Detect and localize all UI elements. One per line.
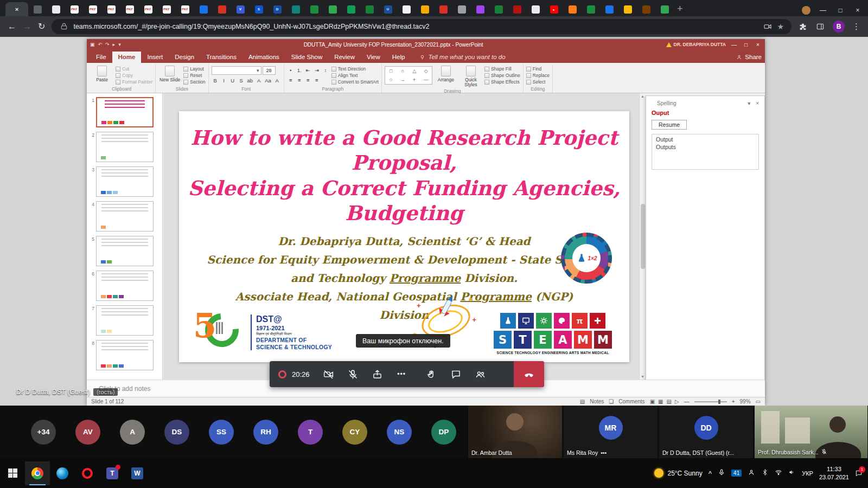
drawing-shape-effects[interactable]: Shape Effects: [484, 79, 520, 85]
suggestion-item[interactable]: Output: [652, 136, 758, 143]
copy-button[interactable]: Copy: [116, 73, 152, 78]
raise-hand-button[interactable]: [419, 361, 444, 387]
browser-tab[interactable]: [286, 2, 305, 16]
scroll-down-icon[interactable]: ▼: [641, 375, 644, 378]
layout-button[interactable]: Layout: [183, 66, 205, 72]
format-painter-button[interactable]: Format Painter: [116, 79, 152, 85]
slide[interactable]: How to write a Good Research Project Pro…: [179, 111, 629, 362]
active-browser-tab[interactable]: ×: [5, 2, 28, 16]
reload-button[interactable]: ↻: [38, 22, 45, 31]
browser-tab[interactable]: PKF: [120, 2, 139, 16]
font-style-button-2[interactable]: U: [229, 76, 237, 85]
tray-bluetooth-icon[interactable]: [761, 468, 769, 478]
browser-tab[interactable]: [323, 2, 342, 16]
qat-icon-3[interactable]: ▸: [113, 42, 116, 47]
ppt-tab-insert[interactable]: Insert: [141, 52, 169, 63]
browser-tab[interactable]: [213, 2, 231, 16]
slide-thumbnail-6[interactable]: 6: [89, 271, 160, 301]
profile-avatar[interactable]: B: [833, 21, 845, 33]
align-button-0[interactable]: ≡: [287, 76, 295, 84]
font-size-box[interactable]: 28: [263, 66, 276, 75]
slide-thumbnail-2[interactable]: 2: [89, 132, 160, 162]
browser-menu-icon[interactable]: ⋮: [852, 22, 860, 31]
taskbar-opera[interactable]: [75, 461, 100, 485]
qat-icon-1[interactable]: ↶: [98, 42, 103, 47]
participant-avatar-SS[interactable]: SS: [209, 420, 234, 445]
paragraph-button-0[interactable]: •: [287, 66, 295, 74]
font-style-button-5[interactable]: A: [255, 76, 263, 85]
qat-icon-4[interactable]: ▾: [118, 42, 121, 47]
shape-2[interactable]: △: [412, 68, 416, 74]
taskbar-edge[interactable]: [50, 461, 75, 485]
tray-speaker-icon[interactable]: [788, 468, 796, 478]
font-style-button-1[interactable]: I: [220, 76, 228, 85]
reset-button[interactable]: Reset: [183, 73, 205, 78]
maximize-button[interactable]: □: [835, 7, 845, 14]
shape-3[interactable]: ◇: [424, 68, 428, 74]
ppt-close-button[interactable]: ×: [754, 42, 762, 48]
browser-tab[interactable]: [471, 2, 489, 16]
ppt-tab-help[interactable]: Help: [386, 52, 411, 63]
drawing-shape-outline[interactable]: Shape Outline: [484, 73, 520, 78]
paragraph-convert-to-smartart[interactable]: Convert to SmartArt: [331, 79, 379, 85]
browser-tab[interactable]: [360, 2, 379, 16]
view-button-1[interactable]: ▦: [658, 399, 663, 404]
ppt-tab-home[interactable]: Home: [112, 52, 142, 63]
font-style-button-0[interactable]: B: [212, 76, 219, 85]
ppt-tab-view[interactable]: View: [361, 52, 386, 63]
font-style-button-6[interactable]: Aa: [264, 76, 272, 85]
font-name-box[interactable]: ▾: [212, 66, 261, 75]
shape-7[interactable]: —: [424, 77, 429, 82]
fit-to-window-icon[interactable]: ▭: [756, 399, 761, 404]
slide-thumbnail-4[interactable]: 4: [89, 201, 160, 232]
browser-tab[interactable]: [47, 2, 65, 16]
camera-off-button[interactable]: [316, 361, 341, 387]
action-center-icon[interactable]: 1: [855, 470, 863, 477]
shape-6[interactable]: +: [413, 77, 416, 82]
taskbar-word[interactable]: W: [125, 461, 150, 485]
browser-tab[interactable]: [434, 2, 452, 16]
notes-toggle[interactable]: Notes: [590, 399, 604, 404]
browser-tab[interactable]: [397, 2, 416, 16]
shape-gallery[interactable]: □○△◇☆→+—: [385, 66, 432, 85]
pane-chevron-icon[interactable]: ▾: [748, 100, 750, 106]
font-style-button-7[interactable]: A: [273, 76, 281, 85]
start-button[interactable]: [0, 461, 25, 485]
paste-button[interactable]: Paste: [91, 65, 113, 82]
paragraph-button-3[interactable]: ⇥: [313, 66, 321, 74]
ppt-tab-transitions[interactable]: Transitions: [200, 52, 242, 63]
editing-select[interactable]: Select: [526, 79, 550, 85]
browser-tab[interactable]: PKF: [176, 2, 194, 16]
ppt-tab-slide-show[interactable]: Slide Show: [285, 52, 329, 63]
participant-avatar-T[interactable]: T: [298, 420, 323, 445]
browser-tab[interactable]: D: [268, 2, 286, 16]
browser-tab[interactable]: [28, 2, 47, 16]
participant-tile-2[interactable]: DDDr D Dutta, DST (Guest) (г...: [659, 406, 753, 458]
browser-tab[interactable]: PKF: [139, 2, 157, 16]
shape-5[interactable]: →: [400, 77, 405, 82]
tray-people-icon[interactable]: [748, 468, 755, 478]
browser-tab[interactable]: [508, 2, 526, 16]
more-options-button[interactable]: •••: [390, 361, 414, 387]
section-button[interactable]: Section: [183, 79, 205, 85]
font-style-button-4[interactable]: ab: [246, 76, 254, 85]
resume-button[interactable]: Resume: [652, 120, 687, 130]
browser-tab[interactable]: U: [379, 2, 397, 16]
comments-toggle[interactable]: Comments: [618, 399, 644, 404]
slide-thumbnail-7[interactable]: 7: [89, 305, 160, 336]
participant-avatar-NS[interactable]: NS: [387, 420, 412, 445]
taskbar-teams[interactable]: T: [100, 461, 125, 485]
tray-expand-icon[interactable]: ^: [709, 470, 712, 477]
browser-tab[interactable]: [655, 2, 674, 16]
zoom-out-button[interactable]: —: [684, 399, 690, 404]
browser-tab[interactable]: [637, 2, 655, 16]
zoom-level[interactable]: 99%: [740, 399, 751, 404]
browser-tab[interactable]: PKF: [157, 2, 176, 16]
browser-tab[interactable]: [582, 2, 600, 16]
slide-thumbnail-3[interactable]: 3: [89, 166, 160, 197]
font-style-button-3[interactable]: S: [238, 76, 245, 85]
clock[interactable]: 11:33 23.07.2021: [819, 465, 849, 481]
hang-up-button[interactable]: [514, 361, 544, 387]
qat-icon-2[interactable]: ↷: [105, 42, 110, 47]
browser-tab[interactable]: [563, 2, 582, 16]
